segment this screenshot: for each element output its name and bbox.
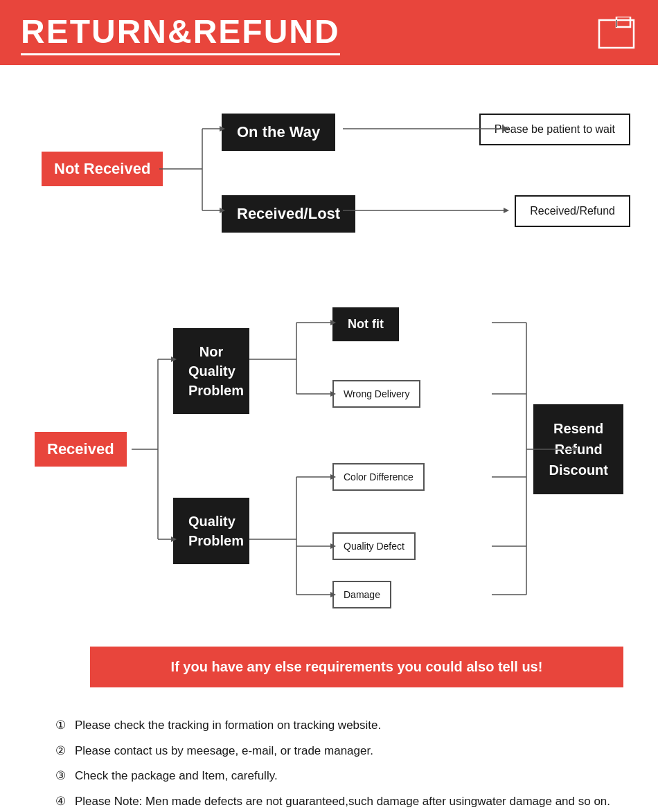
please-wait-box: Please be patient to wait <box>479 114 630 145</box>
header-icon <box>596 17 637 51</box>
instruction-text: Please check the tracking in formation o… <box>75 719 381 732</box>
page-title: RETURN&REFUND <box>21 12 340 55</box>
instruction-item-2: ②Please contact us by meesage, e-mail, o… <box>55 741 616 762</box>
color-difference-box: Color Difference <box>332 463 425 491</box>
instruction-num: ④ <box>55 791 75 812</box>
resend-box: Resend Refund Discount <box>533 404 623 494</box>
svg-rect-1 <box>616 17 630 27</box>
main-content: Not Received On the Way Received/Lost Pl… <box>0 65 658 812</box>
not-fit-box: Not fit <box>332 307 399 341</box>
received-lost-box: Received/Lost <box>222 195 355 233</box>
quality-problem-box: Quality Problem <box>173 498 249 564</box>
wrong-delivery-box: Wrong Delivery <box>332 380 420 408</box>
damage-box: Damage <box>332 581 391 608</box>
not-received-box: Not Received <box>42 152 163 186</box>
on-the-way-box: On the Way <box>222 114 335 151</box>
bottom-flowchart: Received Nor Quality Problem Quality Pro… <box>21 280 637 619</box>
instruction-text: Please contact us by meesage, e-mail, or… <box>75 744 373 757</box>
instruction-num: ② <box>55 741 75 762</box>
top-flowchart: Not Received On the Way Received/Lost Pl… <box>21 86 637 252</box>
instructions-list: ①Please check the tracking in formation … <box>21 708 637 812</box>
instruction-item-4: ④Please Note: Men made defects are not g… <box>55 791 616 812</box>
instruction-num: ① <box>55 715 75 737</box>
nor-quality-box: Nor Quality Problem <box>173 328 249 414</box>
header: RETURN&REFUND <box>0 0 658 65</box>
quality-defect-box: Quality Defect <box>332 532 416 560</box>
svg-marker-12 <box>504 208 509 213</box>
instruction-text: Please Note: Men made defects are not gu… <box>75 795 610 808</box>
instruction-text: Check the package and Item, carefully. <box>75 769 278 782</box>
notice-banner: If you have any else requirements you co… <box>90 647 623 687</box>
instruction-item-3: ③Check the package and Item, carefully. <box>55 766 616 787</box>
received-box: Received <box>35 432 127 467</box>
received-refund-box: Received/Refund <box>515 195 630 227</box>
instruction-item-1: ①Please check the tracking in formation … <box>55 715 616 737</box>
instruction-num: ③ <box>55 766 75 787</box>
